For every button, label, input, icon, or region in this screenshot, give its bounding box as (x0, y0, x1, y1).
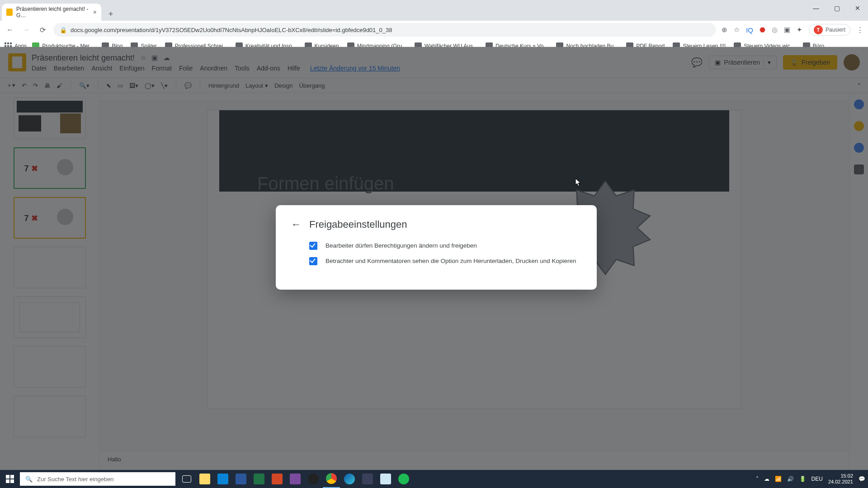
onedrive-icon[interactable]: ☁ (764, 476, 769, 482)
paused-label: Pausiert (826, 27, 845, 33)
extensions-menu-icon[interactable]: ✦ (797, 26, 802, 34)
checkbox-checked-icon[interactable] (309, 257, 317, 265)
search-placeholder: Zur Suche Text hier eingeben (37, 476, 114, 483)
spotify-icon[interactable] (395, 470, 412, 488)
maximize-button[interactable]: ▢ (826, 0, 847, 16)
url-text: docs.google.com/presentation/d/1yV372SO5… (71, 27, 392, 33)
extension-icon[interactable]: IQ (746, 26, 753, 34)
start-button[interactable] (0, 470, 20, 488)
edge-icon[interactable] (341, 470, 358, 488)
address-bar: ← → ⟳ 🔒 docs.google.com/presentation/d/1… (0, 21, 868, 39)
language-indicator[interactable]: DEU (811, 476, 823, 482)
zoom-icon[interactable]: ⊕ (722, 26, 727, 34)
back-button[interactable]: ← (5, 24, 15, 35)
url-field[interactable]: 🔒 docs.google.com/presentation/d/1yV372S… (53, 23, 716, 37)
new-tab-button[interactable]: + (104, 7, 118, 21)
chrome-menu-icon[interactable]: ⋮ (857, 26, 863, 34)
dialog-title: Freigabeeinstellungen (309, 219, 407, 230)
tray-chevron-icon[interactable]: ˄ (756, 476, 759, 482)
reload-button[interactable]: ⟳ (37, 24, 48, 35)
excel-icon[interactable] (250, 470, 268, 488)
search-icon: 🔍 (25, 476, 33, 483)
option-viewers-can-download[interactable]: Betrachter und Kommentatoren sehen die O… (291, 257, 581, 266)
browser-tab[interactable]: Präsentieren leicht gemacht! - G… × (2, 4, 101, 21)
volume-icon[interactable]: 🔊 (787, 476, 794, 482)
window-controls: — ▢ ✕ (806, 0, 868, 16)
svg-rect-3 (6, 479, 9, 483)
obs-icon[interactable] (305, 470, 322, 488)
taskbar-apps (178, 470, 412, 488)
share-settings-dialog: ← Freigabeeinstellungen Bearbeiter dürfe… (276, 205, 597, 290)
option-label: Betrachter und Kommentatoren sehen die O… (326, 257, 576, 266)
notepad-icon[interactable] (377, 470, 394, 488)
option-label: Bearbeiter dürfen Berechtigungen ändern … (326, 241, 477, 250)
extension-icon[interactable]: ▣ (784, 26, 790, 34)
forward-button[interactable]: → (21, 24, 32, 35)
slides-favicon (6, 9, 13, 16)
app-icon[interactable] (359, 470, 376, 488)
chrome-icon[interactable] (323, 470, 340, 488)
profile-avatar-icon: T (814, 25, 823, 34)
checkbox-checked-icon[interactable] (309, 242, 317, 250)
taskbar-clock[interactable]: 15:02 24.02.2021 (828, 473, 853, 484)
svg-rect-1 (6, 475, 9, 479)
task-view-icon[interactable] (178, 470, 195, 488)
battery-icon[interactable]: 🔋 (799, 476, 806, 482)
extension-icon[interactable]: ◎ (772, 26, 778, 34)
browser-chrome: Präsentieren leicht gemacht! - G… × + — … (0, 0, 868, 47)
lock-icon: 🔒 (60, 27, 67, 33)
svg-rect-4 (10, 479, 14, 483)
app-icon[interactable] (287, 470, 304, 488)
windows-taskbar: 🔍 Zur Suche Text hier eingeben ˄ ☁ 📶 🔊 🔋… (0, 470, 868, 488)
tab-title: Präsentieren leicht gemacht! - G… (16, 6, 90, 19)
tab-strip: Präsentieren leicht gemacht! - G… × + — … (0, 0, 868, 21)
file-explorer-icon[interactable] (196, 470, 213, 488)
word-icon[interactable] (232, 470, 250, 488)
back-arrow-icon[interactable]: ← (291, 219, 301, 230)
option-editors-can-change[interactable]: Bearbeiter dürfen Berechtigungen ändern … (291, 241, 581, 250)
minimize-button[interactable]: — (806, 0, 826, 16)
profile-paused[interactable]: T Pausiert (809, 24, 850, 36)
system-tray: ˄ ☁ 📶 🔊 🔋 DEU 15:02 24.02.2021 💬 (756, 473, 868, 484)
close-window-button[interactable]: ✕ (847, 0, 868, 16)
wifi-icon[interactable]: 📶 (775, 476, 782, 482)
powerpoint-icon[interactable] (269, 470, 286, 488)
extension-icon[interactable]: ⬣ (760, 26, 765, 34)
action-center-icon[interactable]: 💬 (859, 476, 865, 482)
mail-icon[interactable] (214, 470, 231, 488)
bookmark-star-icon[interactable]: ☆ (734, 26, 740, 34)
close-tab-icon[interactable]: × (93, 9, 97, 16)
taskbar-search[interactable]: 🔍 Zur Suche Text hier eingeben (20, 472, 175, 486)
svg-rect-2 (10, 475, 14, 479)
